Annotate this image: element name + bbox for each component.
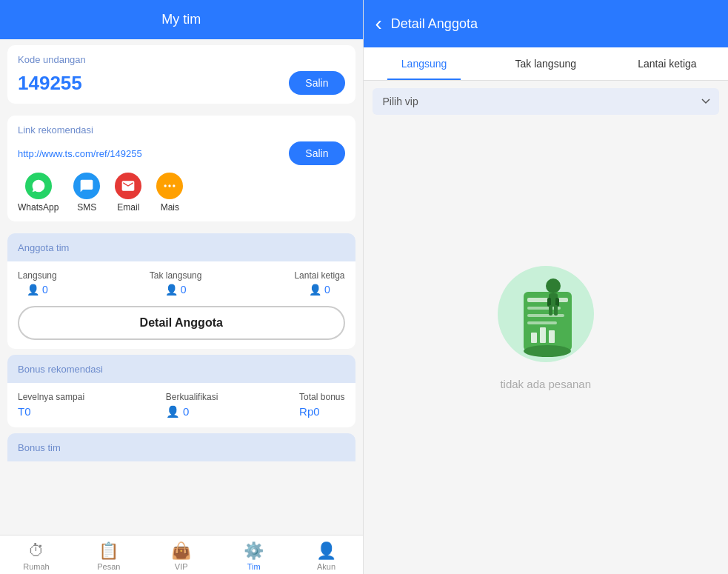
bonus-rekomendasi-label: Bonus rekomendasi [18,364,103,375]
langsung-stat: Langsung 👤 0 [18,270,57,296]
detail-tabs: Langsung Tak langsung Lantai ketiga [364,47,729,81]
svg-rect-10 [540,327,546,343]
detail-anggota-button[interactable]: Detail Anggota [18,306,345,340]
kode-undangan-label: Kode undangan [18,54,345,65]
levelnya-value: T0 [18,405,84,418]
total-bonus-label: Total bonus [299,392,344,402]
tak-langsung-person-icon: 👤 [165,284,178,296]
left-header: My tim [0,0,363,39]
total-bonus-value: Rp0 [299,405,344,418]
left-panel: My tim Kode undangan 149255 Salin Link r… [0,0,363,574]
salin-kode-button[interactable]: Salin [289,71,344,95]
tak-langsung-value: 👤 0 [165,284,187,296]
lantai-ketiga-stat: Lantai ketiga 👤 0 [294,270,344,296]
svg-rect-18 [554,305,558,316]
pesan-icon: 📋 [98,541,118,561]
vip-label: VIP [175,562,188,571]
tab-langsung[interactable]: Langsung [364,47,485,80]
email-icon [115,173,141,199]
levelnya-col: Levelnya sampai T0 [18,392,84,418]
mais-label: Mais [161,202,179,213]
svg-rect-17 [549,305,552,316]
empty-message: tidak ada pesanan [500,378,591,390]
share-email[interactable]: Email [115,173,141,213]
link-rekomendasi-url[interactable]: http://www.ts.com/ref/149255 [18,148,142,159]
rumah-label: Rumah [23,562,49,571]
right-header: ‹ Detail Anggota [364,0,729,47]
levelnya-label: Levelnya sampai [18,392,84,402]
pesan-label: Pesan [97,562,120,571]
link-rekomendasi-label: Link rekomendasi [18,124,345,136]
vip-select[interactable]: Pilih vip VIP 1 VIP 2 VIP 3 [373,88,720,115]
tak-langsung-label: Tak langsung [150,270,202,281]
nav-tim[interactable]: ⚙️ Tim [224,541,284,571]
mais-icon [156,173,183,199]
svg-rect-11 [549,330,555,343]
vip-icon: 👜 [171,541,191,561]
svg-point-2 [173,184,176,187]
right-title: Detail Anggota [391,16,478,32]
lantai-ketiga-label: Lantai ketiga [294,270,344,281]
langsung-label: Langsung [18,270,57,281]
sms-label: SMS [77,202,96,213]
anggota-tim-body: Langsung 👤 0 Tak langsung 👤 0 Lantai ket… [7,261,355,349]
empty-state: tidak ada pesanan [364,122,729,574]
berkualifikasi-value: 👤 0 [166,405,218,418]
left-title: My tim [161,12,201,27]
share-sms[interactable]: SMS [73,173,100,213]
tim-icon: ⚙️ [244,541,264,561]
sms-icon [73,173,100,199]
bonus-tim-label: Bonus tim [18,442,61,453]
svg-rect-8 [527,321,557,324]
tab-lantai-ketiga[interactable]: Lantai ketiga [607,47,728,80]
nav-pesan[interactable]: 📋 Pesan [79,541,138,571]
invite-code-value: 149255 [18,72,82,95]
share-whatsapp[interactable]: WhatsApp [18,173,59,213]
nav-rumah[interactable]: ⏱ Rumah [7,541,66,571]
bonus-rekomendasi-body: Levelnya sampai T0 Berkualifikasi 👤 0 To… [7,383,355,427]
filter-row: Pilih vip VIP 1 VIP 2 VIP 3 [364,81,729,122]
svg-point-13 [546,278,561,293]
langsung-person-icon: 👤 [27,284,39,296]
svg-rect-7 [527,314,564,317]
bonus-rekomendasi-header: Bonus rekomendasi [7,355,355,383]
rumah-icon: ⏱ [28,541,44,561]
akun-label: Akun [317,562,335,571]
langsung-value: 👤 0 [27,284,48,296]
lantai-ketiga-value: 👤 0 [309,284,330,296]
anggota-tim-label: Anggota tim [18,242,69,253]
berkualifikasi-label: Berkualifikasi [166,392,218,402]
whatsapp-icon [25,173,52,199]
total-bonus-col: Total bonus Rp0 [299,392,344,418]
bonus-tim-header: Bonus tim [7,433,355,461]
bottom-nav: ⏱ Rumah 📋 Pesan 👜 VIP ⚙️ Tim 👤 Akun [0,535,363,574]
anggota-tim-header: Anggota tim [7,233,355,261]
tak-langsung-stat: Tak langsung 👤 0 [150,270,202,296]
share-mais[interactable]: Mais [156,173,183,213]
empty-illustration [487,247,605,366]
lantai-ketiga-person-icon: 👤 [309,284,321,296]
salin-link-button[interactable]: Salin [289,141,344,165]
tim-label: Tim [247,562,261,571]
nav-vip[interactable]: 👜 VIP [152,541,211,571]
back-button[interactable]: ‹ [375,12,382,36]
right-panel: ‹ Detail Anggota Langsung Tak langsung L… [364,0,729,574]
whatsapp-label: WhatsApp [18,202,59,213]
svg-point-12 [524,345,571,357]
svg-rect-9 [531,333,537,343]
email-label: Email [117,202,139,213]
link-rekomendasi-card: Link rekomendasi http://www.ts.com/ref/1… [7,116,355,221]
berkualifikasi-person-icon: 👤 [166,405,180,418]
berkualifikasi-col: Berkualifikasi 👤 0 [166,392,218,418]
akun-icon: 👤 [316,541,336,561]
share-icons-row: WhatsApp SMS Email Mais [18,173,345,213]
svg-point-0 [164,184,167,187]
kode-undangan-card: Kode undangan 149255 Salin [7,45,355,104]
tab-tak-langsung[interactable]: Tak langsung [485,47,607,80]
nav-akun[interactable]: 👤 Akun [297,541,356,571]
svg-point-1 [169,184,171,187]
